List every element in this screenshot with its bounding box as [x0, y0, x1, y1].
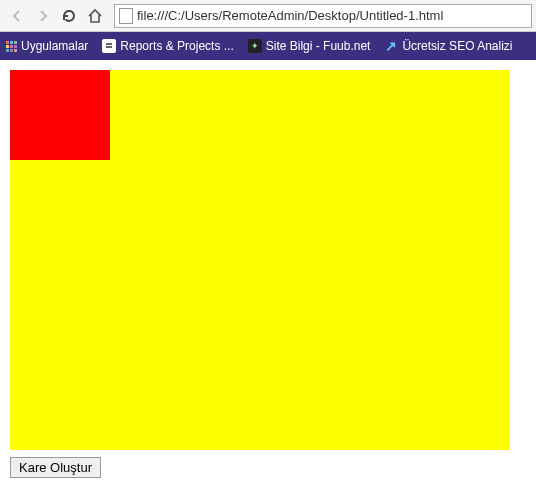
back-button[interactable] [4, 3, 30, 29]
arrow-icon: ↗ [384, 39, 398, 53]
bookmark-reports[interactable]: Reports & Projects ... [102, 39, 233, 53]
bookmark-label: Reports & Projects ... [120, 39, 233, 53]
bookmark-sitebilgi[interactable]: ✦ Site Bilgi - Fuub.net [248, 39, 371, 53]
forward-button[interactable] [30, 3, 56, 29]
document-icon [119, 8, 133, 24]
bookmark-seo[interactable]: ↗ Ücretsiz SEO Analizi [384, 39, 512, 53]
bookmarks-bar: Uygulamalar Reports & Projects ... ✦ Sit… [0, 32, 536, 60]
reload-button[interactable] [56, 3, 82, 29]
apps-icon [6, 41, 17, 52]
red-square [10, 70, 110, 160]
yellow-container [10, 70, 510, 450]
bookmark-apps[interactable]: Uygulamalar [6, 39, 88, 53]
site-icon: ✦ [248, 39, 262, 53]
url-text: file:///C:/Users/RemoteAdmin/Desktop/Unt… [137, 8, 443, 23]
page-content: Kare Oluştur [0, 60, 536, 488]
url-bar[interactable]: file:///C:/Users/RemoteAdmin/Desktop/Unt… [114, 4, 532, 28]
bookmark-label: Uygulamalar [21, 39, 88, 53]
create-square-button[interactable]: Kare Oluştur [10, 457, 101, 478]
browser-toolbar: file:///C:/Users/RemoteAdmin/Desktop/Unt… [0, 0, 536, 32]
document-icon [102, 39, 116, 53]
bookmark-label: Site Bilgi - Fuub.net [266, 39, 371, 53]
bookmark-label: Ücretsiz SEO Analizi [402, 39, 512, 53]
home-button[interactable] [82, 3, 108, 29]
